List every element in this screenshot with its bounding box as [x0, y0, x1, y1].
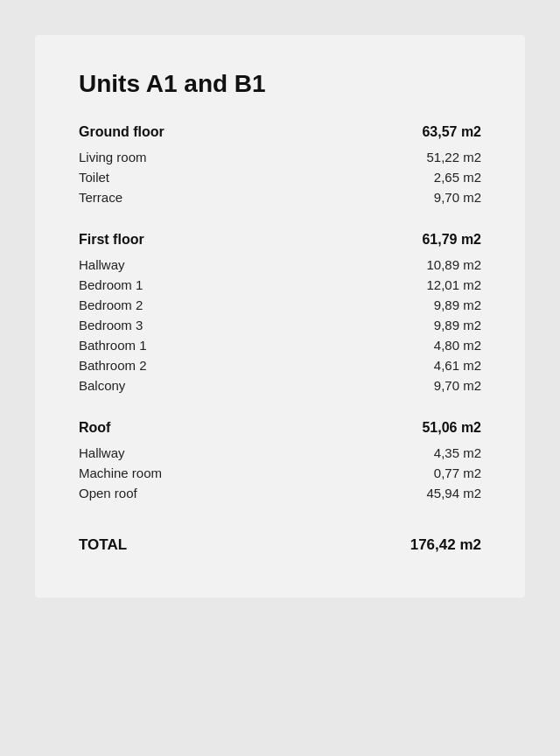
row-label: Bedroom 3	[79, 318, 143, 332]
table-row: Hallway10,89 m2	[79, 255, 481, 275]
row-value: 4,35 m2	[434, 445, 481, 460]
row-label: Toilet	[79, 170, 109, 185]
row-value: 12,01 m2	[426, 277, 481, 292]
row-value: 45,94 m2	[426, 486, 481, 500]
row-value: 4,61 m2	[434, 358, 481, 373]
total-value: 176,42 m2	[410, 536, 481, 554]
row-value: 51,22 m2	[426, 150, 481, 164]
table-row: Bathroom 24,61 m2	[79, 355, 481, 375]
row-label: Hallway	[79, 445, 125, 460]
row-value: 2,65 m2	[434, 170, 481, 185]
section-first-floor: First floor61,79 m2Hallway10,89 m2Bedroo…	[79, 232, 481, 396]
section-title-roof: Roof	[79, 420, 110, 436]
row-label: Bedroom 2	[79, 298, 143, 312]
table-row: Bathroom 14,80 m2	[79, 335, 481, 355]
row-value: 9,70 m2	[434, 190, 481, 205]
section-ground-floor: Ground floor63,57 m2Living room51,22 m2T…	[79, 124, 481, 207]
section-title-first-floor: First floor	[79, 232, 144, 248]
row-value: 10,89 m2	[426, 257, 481, 272]
row-label: Terrace	[79, 190, 122, 205]
section-total-ground-floor: 63,57 m2	[422, 124, 481, 140]
row-value: 4,80 m2	[434, 338, 481, 353]
section-title-ground-floor: Ground floor	[79, 124, 164, 140]
section-header-ground-floor: Ground floor63,57 m2	[79, 124, 481, 140]
page-title: Units A1 and B1	[79, 70, 481, 98]
row-label: Bathroom 1	[79, 338, 147, 353]
row-label: Bedroom 1	[79, 277, 143, 292]
sections-container: Ground floor63,57 m2Living room51,22 m2T…	[79, 124, 481, 503]
table-row: Bedroom 39,89 m2	[79, 315, 481, 335]
main-card: Units A1 and B1 Ground floor63,57 m2Livi…	[35, 35, 525, 598]
row-value: 9,70 m2	[434, 378, 481, 393]
row-value: 0,77 m2	[434, 466, 481, 480]
row-label: Open roof	[79, 486, 137, 500]
table-row: Open roof45,94 m2	[79, 483, 481, 503]
table-row: Toilet2,65 m2	[79, 167, 481, 187]
table-row: Bedroom 112,01 m2	[79, 275, 481, 295]
section-total-roof: 51,06 m2	[422, 420, 481, 436]
table-row: Machine room0,77 m2	[79, 463, 481, 483]
section-header-roof: Roof51,06 m2	[79, 420, 481, 436]
table-row: Living room51,22 m2	[79, 147, 481, 167]
row-label: Bathroom 2	[79, 358, 147, 373]
total-section: TOTAL 176,42 m2	[79, 528, 481, 554]
table-row: Balcony9,70 m2	[79, 375, 481, 396]
section-total-first-floor: 61,79 m2	[422, 232, 481, 248]
section-header-first-floor: First floor61,79 m2	[79, 232, 481, 248]
row-label: Machine room	[79, 466, 162, 480]
section-roof: Roof51,06 m2Hallway4,35 m2Machine room0,…	[79, 420, 481, 503]
table-row: Hallway4,35 m2	[79, 443, 481, 463]
table-row: Bedroom 29,89 m2	[79, 295, 481, 315]
total-label: TOTAL	[79, 536, 127, 554]
row-label: Hallway	[79, 257, 125, 272]
row-label: Balcony	[79, 378, 125, 393]
row-label: Living room	[79, 150, 147, 164]
table-row: Terrace9,70 m2	[79, 187, 481, 207]
total-row: TOTAL 176,42 m2	[79, 536, 481, 554]
row-value: 9,89 m2	[434, 318, 481, 332]
row-value: 9,89 m2	[434, 298, 481, 312]
